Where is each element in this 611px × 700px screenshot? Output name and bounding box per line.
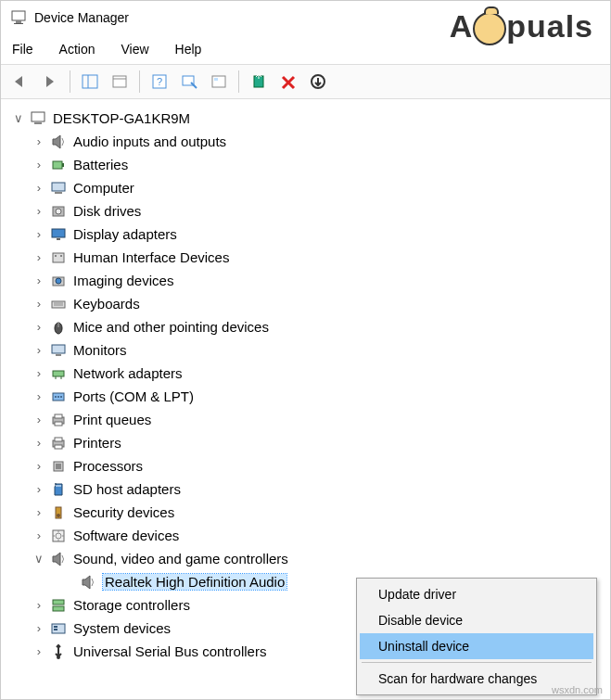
back-button[interactable]	[6, 68, 34, 95]
chevron-down-icon[interactable]: ∨	[12, 112, 25, 125]
chevron-right-icon[interactable]: ›	[32, 274, 45, 287]
watermark-face-icon	[473, 12, 506, 45]
svg-point-40	[55, 396, 57, 398]
svg-rect-50	[56, 464, 61, 469]
tree-item[interactable]: ›Software devices	[5, 524, 606, 547]
chevron-right-icon[interactable]: ›	[32, 344, 45, 357]
chevron-right-icon[interactable]: ›	[32, 228, 45, 241]
context-disable-device[interactable]: Disable device	[360, 607, 593, 633]
tree-item[interactable]: ›Disk drives	[5, 199, 606, 223]
chevron-right-icon[interactable]: ›	[32, 251, 45, 264]
menu-help[interactable]: Help	[175, 42, 202, 57]
tree-item[interactable]: ›Keyboards	[5, 292, 606, 315]
tree-item-label: Imaging devices	[73, 273, 173, 288]
tree-item[interactable]: ›Display adapters	[5, 223, 606, 246]
chevron-right-icon[interactable]: ›	[32, 645, 45, 658]
software-icon	[49, 527, 68, 545]
chevron-right-icon[interactable]: ›	[32, 135, 45, 148]
tree-item[interactable]: ›Processors	[5, 454, 606, 477]
svg-rect-3	[83, 75, 97, 88]
tree-item[interactable]: ›Ports (COM & LPT)	[5, 385, 606, 408]
tree-root[interactable]: ∨ DESKTOP-GA1KR9M	[5, 107, 606, 130]
chevron-right-icon[interactable]: ›	[32, 483, 45, 496]
forward-button[interactable]	[36, 68, 64, 95]
scan-hardware-button[interactable]	[175, 68, 203, 95]
tree-item[interactable]: ›Imaging devices	[5, 269, 606, 292]
help-button[interactable]: ?	[146, 68, 173, 95]
svg-rect-11	[214, 78, 218, 81]
chevron-right-icon[interactable]: ›	[32, 460, 45, 473]
svg-rect-18	[52, 183, 65, 191]
tree-item-label: Display adapters	[73, 226, 177, 242]
tree-item[interactable]: ›SD host adapters	[5, 477, 606, 501]
tree-item[interactable]: ›Computer	[5, 176, 606, 199]
device-properties-button[interactable]	[205, 68, 233, 95]
mouse-icon	[49, 318, 68, 337]
chevron-right-icon[interactable]: ›	[32, 298, 45, 311]
system-icon	[49, 619, 68, 638]
tree-item-label: Security devices	[73, 504, 174, 520]
properties-button[interactable]	[106, 68, 134, 95]
tree-item-label: Software devices	[73, 528, 179, 543]
chevron-right-icon[interactable]: ›	[32, 506, 45, 519]
chevron-right-icon[interactable]: ›	[32, 182, 45, 195]
context-menu: Update driver Disable device Uninstall d…	[356, 578, 597, 695]
svg-rect-23	[57, 238, 60, 240]
tree-item[interactable]: ›Network adapters	[5, 362, 606, 385]
svg-point-41	[57, 396, 59, 398]
svg-rect-10	[212, 76, 225, 87]
chevron-right-icon[interactable]: ›	[32, 159, 45, 172]
chevron-right-icon[interactable]: ›	[32, 205, 45, 218]
watermark-logo: Apuals	[450, 8, 593, 45]
chevron-right-icon[interactable]: ›	[32, 622, 45, 635]
watermark-prefix: A	[450, 8, 474, 44]
disk-icon	[49, 202, 68, 221]
keyboard-icon	[49, 295, 68, 313]
svg-rect-34	[52, 345, 65, 353]
chevron-right-icon[interactable]: ›	[32, 414, 45, 426]
tree-root-label: DESKTOP-GA1KR9M	[53, 110, 190, 126]
tree-item[interactable]: ›Security devices	[5, 501, 606, 524]
svg-rect-15	[34, 122, 42, 124]
tree-item[interactable]: ›Mice and other pointing devices	[5, 315, 606, 338]
chevron-right-icon[interactable]: ›	[32, 437, 45, 450]
svg-rect-16	[53, 161, 62, 169]
tree-item[interactable]: ›Audio inputs and outputs	[5, 130, 606, 153]
tree-item[interactable]: ›Print queues	[5, 408, 606, 431]
sd-icon	[49, 480, 68, 499]
svg-rect-5	[113, 76, 126, 87]
menu-file[interactable]: File	[12, 42, 33, 57]
tree-item[interactable]: ›Monitors	[5, 338, 606, 362]
chevron-right-icon[interactable]: ›	[32, 529, 45, 542]
tree-item-label: Audio inputs and outputs	[73, 134, 226, 149]
svg-rect-47	[55, 438, 62, 441]
tree-item[interactable]: ›Human Interface Devices	[5, 246, 606, 269]
tree-item-label: Printers	[73, 435, 121, 451]
svg-rect-62	[54, 629, 57, 630]
disable-device-button[interactable]	[304, 68, 332, 95]
menu-action[interactable]: Action	[59, 42, 95, 57]
menu-view[interactable]: View	[121, 42, 148, 57]
tree-item[interactable]: ∨Sound, video and game controllers	[5, 547, 606, 570]
update-driver-button[interactable]	[245, 68, 273, 95]
svg-text:?: ?	[157, 76, 162, 87]
chevron-down-icon[interactable]: ∨	[32, 553, 45, 566]
chevron-right-icon[interactable]: ›	[32, 390, 45, 403]
context-update-driver[interactable]: Update driver	[360, 581, 593, 607]
show-hide-console-button[interactable]	[76, 68, 104, 95]
chevron-right-icon[interactable]: ›	[32, 367, 45, 380]
svg-rect-1	[16, 20, 21, 23]
watermark-suffix: puals	[506, 8, 593, 44]
chevron-right-icon[interactable]: ›	[32, 599, 45, 612]
context-uninstall-device[interactable]: Uninstall device	[360, 633, 593, 659]
svg-point-55	[57, 514, 60, 517]
svg-point-42	[60, 396, 62, 398]
svg-point-28	[56, 278, 61, 284]
chevron-right-icon[interactable]: ›	[32, 321, 45, 334]
printer-icon	[49, 411, 68, 429]
tree-item[interactable]: ›Batteries	[5, 153, 606, 176]
svg-rect-35	[56, 354, 61, 356]
toolbar-separator	[139, 70, 140, 93]
tree-item[interactable]: ›Printers	[5, 431, 606, 454]
uninstall-device-button[interactable]	[274, 68, 302, 95]
